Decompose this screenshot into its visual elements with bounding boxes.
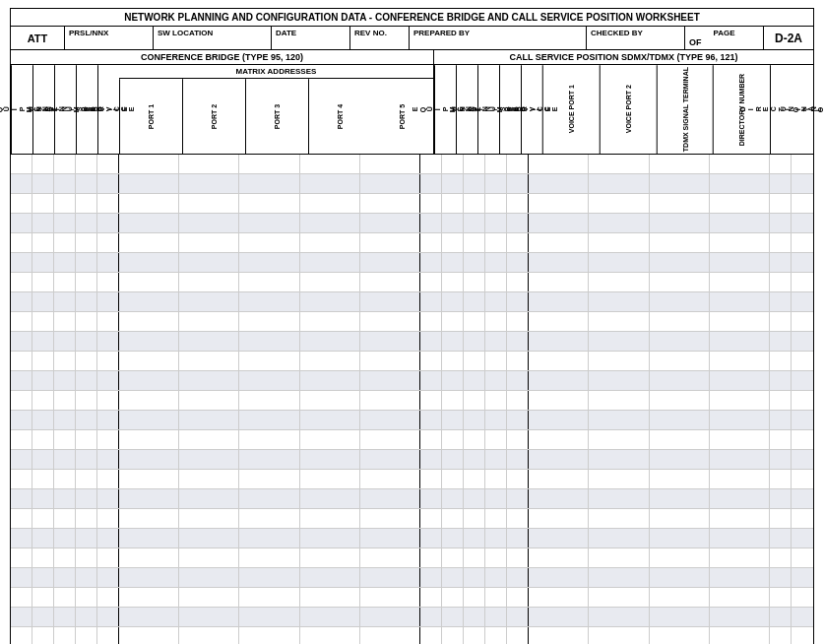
cell-port1 [119,489,179,508]
cell-cb-service [97,391,119,410]
cell-port4 [300,292,360,311]
cell-cb-nin [76,430,97,449]
cell-cs-nin [485,292,507,311]
cell-voice2 [589,233,649,252]
cell-directory [710,174,770,193]
cell-port4 [300,391,360,410]
table-row [11,194,813,214]
cell-cb-type [32,548,54,567]
cell-voice1 [529,391,589,410]
cell-cb-service [97,529,119,547]
cell-cb-equip [11,470,32,488]
cell-cs-type [442,411,464,429]
cell-cs-unit [464,292,485,311]
cell-cs-service [507,174,529,193]
table-row [11,155,813,174]
cell-cb-type [32,391,54,410]
cell-port3 [239,509,299,528]
cs-voice2-header: VOICE PORT 2 [600,65,657,154]
cell-port1 [119,627,179,644]
cell-port1 [119,155,179,173]
cell-voice1 [529,174,589,193]
cell-directional [770,214,792,232]
cell-cb-type [32,430,54,449]
cell-tdmx [650,194,710,213]
cell-cb-type [32,489,54,508]
cell-cs-service [507,627,529,644]
cell-cs-unit [464,450,485,469]
cell-cb-equip [11,529,32,547]
cell-cs-service [507,470,529,488]
cell-cb-service [97,411,119,429]
cell-port5 [360,509,420,528]
cell-port2 [179,273,239,291]
cell-unitno [792,273,813,291]
cell-voice2 [589,332,649,351]
cell-port2 [179,608,239,626]
cell-cb-type [32,214,54,232]
cell-port3 [239,568,299,587]
cell-cs-nin [485,450,507,469]
cell-port4 [300,233,360,252]
cell-directory [710,352,770,370]
cell-directional [770,450,792,469]
cell-tdmx [650,371,710,390]
cell-cs-service [507,253,529,272]
cell-voice1 [529,253,589,272]
port3-header: PORT 3 [245,79,308,154]
cell-cs-equip [420,568,442,587]
cell-port2 [179,194,239,213]
cell-port2 [179,411,239,429]
cell-cb-equip [11,155,32,173]
cell-cs-unit [464,470,485,488]
cell-port4 [300,509,360,528]
cell-cs-type [442,332,464,351]
cell-cs-type [442,312,464,331]
cell-cb-equip [11,332,32,351]
cell-directory [710,470,770,488]
cell-unitno [792,174,813,193]
att-cell: ATT [11,27,65,49]
cell-voice2 [589,352,649,370]
cell-cb-service [97,548,119,567]
cell-cs-type [442,470,464,488]
cell-cb-type [32,253,54,272]
cell-directory [710,312,770,331]
cell-cs-service [507,214,529,232]
cell-unitno [792,450,813,469]
cell-cb-nin [76,273,97,291]
cell-cb-nin [76,568,97,587]
cell-cb-nin [76,470,97,488]
cell-tdmx [650,430,710,449]
table-row [11,489,813,509]
cell-port5 [360,233,420,252]
cell-tdmx [650,608,710,626]
cell-port2 [179,292,239,311]
cell-cs-equip [420,332,442,351]
cell-cb-unit [54,470,76,488]
cell-directional [770,273,792,291]
cell-cs-unit [464,273,485,291]
cell-directory [710,253,770,272]
cell-directional [770,470,792,488]
cell-port2 [179,233,239,252]
cell-cs-unit [464,155,485,173]
table-row [11,588,813,608]
cell-unitno [792,371,813,390]
cell-tdmx [650,391,710,410]
cell-cs-nin [485,568,507,587]
cell-port4 [300,627,360,644]
cell-cb-nin [76,548,97,567]
cell-cb-service [97,371,119,390]
cell-cs-nin [485,470,507,488]
cb-column-headers: EQUIPMENT TYPE UNITNUMBER NIN/SERVICE SE… [11,65,434,154]
cell-cs-type [442,529,464,547]
cell-port2 [179,509,239,528]
cell-voice1 [529,194,589,213]
cell-cb-nin [76,489,97,508]
cell-directory [710,371,770,390]
cell-cs-nin [485,332,507,351]
call-service-section-header: CALL SERVICE POSITION SDMX/TDMX (TYPE 96… [434,50,813,64]
cell-cb-nin [76,371,97,390]
cell-cb-type [32,509,54,528]
